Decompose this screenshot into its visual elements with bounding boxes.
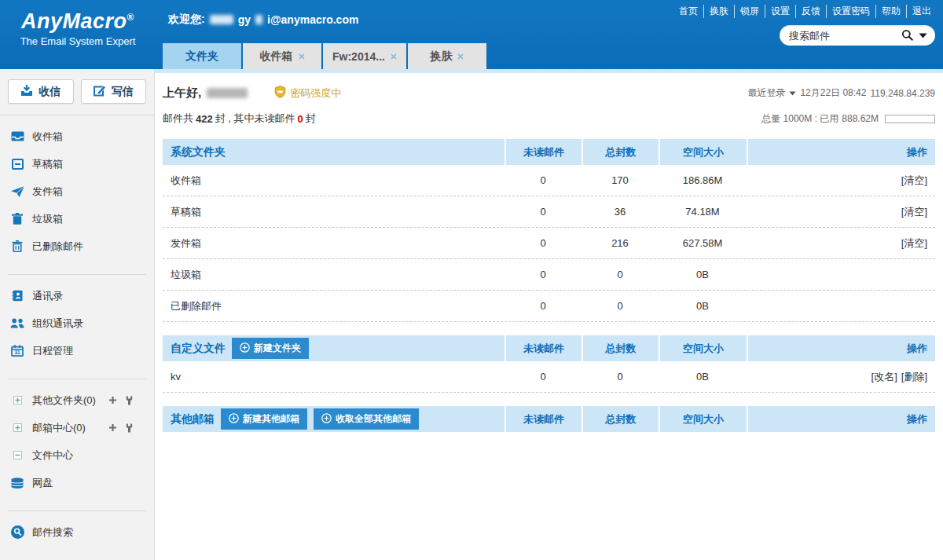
table-title-cell: 其他邮箱 新建其他邮箱: [163, 406, 505, 432]
plus-icon[interactable]: [108, 396, 117, 404]
top-link[interactable]: 换肤: [703, 5, 734, 18]
sidebar-item[interactable]: 草稿箱: [0, 150, 154, 178]
row-action-link[interactable]: [改名]: [871, 371, 897, 382]
sidebar-item[interactable]: 收件箱: [0, 123, 154, 150]
expand-minus-icon[interactable]: [10, 451, 24, 459]
search-input[interactable]: [789, 30, 897, 42]
top-banner: AnyMacro® The Email System Expert 欢迎您: g…: [0, 0, 943, 69]
col-header-unread: 未读邮件: [505, 406, 582, 432]
tab-bar: 文件夹 收件箱 Fw:2014... 换肤: [163, 43, 488, 69]
top-link[interactable]: 设置密码: [826, 5, 875, 18]
top-link[interactable]: 退出: [906, 5, 937, 18]
search-icon[interactable]: [901, 29, 914, 42]
password-strength-badge[interactable]: 密码强度中: [274, 86, 341, 101]
tab[interactable]: 换肤: [408, 43, 486, 69]
plus-icon[interactable]: [108, 423, 117, 432]
col-header-size: 空间大小: [659, 139, 747, 165]
table-header-button-label: 新建其他邮箱: [243, 412, 299, 426]
mail-search-box[interactable]: [780, 25, 935, 46]
brand-name: AnyMacro®: [0, 9, 156, 34]
sidebar-action-button[interactable]: 收信: [8, 79, 74, 104]
row-action-link[interactable]: [删除]: [901, 371, 927, 382]
sidebar-action-label: 写信: [112, 85, 134, 99]
top-link[interactable]: 首页: [673, 5, 703, 18]
caret-down-small-icon[interactable]: [789, 91, 796, 96]
folder-table: 自定义文件 新建文件夹 未读邮件 总封数: [163, 335, 935, 393]
content-top-strip: [155, 69, 943, 73]
row-unread-count: 0: [505, 300, 582, 312]
sidebar-item[interactable]: 通讯录: [0, 282, 154, 309]
tab-label: 收件箱: [260, 49, 293, 64]
sidebar-item[interactable]: 邮件搜索: [0, 518, 154, 546]
sent-icon: [10, 186, 24, 197]
row-folder-name: 垃圾箱: [163, 268, 505, 282]
row-size: 74.18M: [659, 206, 747, 218]
last-login-datetime: 12月22日 08:42: [800, 86, 866, 100]
sidebar-item[interactable]: 组织通讯录: [0, 309, 154, 337]
sidebar-item-label: 组织通讯录: [32, 317, 83, 331]
sidebar-item-label: 其他文件夹(0): [32, 393, 96, 408]
tab[interactable]: Fw:2014...: [323, 43, 406, 69]
brand-name-text: AnyMacro: [21, 9, 127, 33]
row-unread-count: 0: [505, 174, 582, 186]
table-header-button[interactable]: 新建文件夹: [232, 338, 309, 359]
sidebar-item[interactable]: 发件箱: [0, 178, 154, 205]
close-icon[interactable]: [299, 53, 305, 60]
table-header-button[interactable]: 收取全部其他邮箱: [314, 408, 419, 430]
table-row: 收件箱 0 170 186.86M [清空]: [163, 165, 935, 196]
expand-plus-icon[interactable]: [10, 396, 24, 404]
row-action-link[interactable]: [清空]: [901, 237, 927, 249]
sidebar-item-label: 邮箱中心(0): [32, 421, 86, 435]
top-link[interactable]: 帮助: [875, 5, 906, 18]
sidebar-item-label: 通讯录: [32, 289, 63, 303]
col-header-size: 空间大小: [659, 335, 747, 361]
close-icon[interactable]: [457, 53, 464, 60]
sidebar-item[interactable]: 文件中心: [0, 441, 154, 469]
top-link[interactable]: 反馈: [795, 5, 826, 18]
col-header-unread: 未读邮件: [505, 139, 582, 165]
sidebar-group: 通讯录 组织通讯录: [0, 267, 154, 372]
welcome-bar: 欢迎您: gy i@anymacro.com: [168, 13, 358, 27]
row-action-link[interactable]: [清空]: [901, 206, 927, 218]
sidebar-item[interactable]: 已删除邮件: [0, 232, 154, 260]
wrench-icon[interactable]: [126, 396, 133, 405]
sidebar-action-button[interactable]: 写信: [81, 79, 147, 104]
sidebar-item[interactable]: 邮箱中心(0): [0, 414, 154, 441]
password-strength-label: 密码强度中: [290, 86, 341, 101]
netdisk-icon: [10, 478, 24, 489]
contacts-icon: [10, 290, 24, 302]
sidebar-item[interactable]: 垃圾箱: [0, 205, 154, 232]
table-header: 系统文件夹 未读邮件 总封数 空间大小 操作: [163, 139, 935, 165]
table-title: 系统文件夹: [171, 145, 226, 159]
mail-search-icon: [10, 525, 24, 539]
tab[interactable]: 文件夹: [163, 43, 241, 69]
close-icon[interactable]: [391, 53, 397, 60]
circle-plus-icon: [240, 342, 250, 355]
row-total-count: 0: [582, 300, 659, 312]
row-folder-name: 草稿箱: [163, 205, 505, 219]
sidebar-actions: 收信 写信: [0, 79, 154, 115]
sidebar-item[interactable]: 网盘: [0, 469, 154, 496]
row-action-link[interactable]: [清空]: [901, 174, 927, 186]
wrench-icon[interactable]: [126, 423, 133, 433]
row-unread-count: 0: [505, 269, 582, 280]
sidebar-item[interactable]: 其他文件夹(0): [0, 386, 154, 414]
table-header-button[interactable]: 新建其他邮箱: [221, 408, 307, 430]
welcome-prefix: 欢迎您:: [168, 13, 205, 27]
top-link[interactable]: 锁屏: [734, 5, 765, 18]
table-title: 其他邮箱: [171, 412, 215, 426]
sidebar-group: 邮件搜索: [0, 503, 154, 553]
sidebar-groups: 收件箱 草稿箱: [0, 115, 154, 553]
quota-label: 总量 1000M : 已用: [761, 112, 838, 126]
caret-down-icon[interactable]: [919, 33, 927, 38]
top-links: 首页换肤锁屏设置反馈设置密码帮助退出: [673, 5, 937, 18]
table-row: 发件箱 0 216 627.58M [清空]: [163, 228, 935, 259]
row-folder-name: kv: [163, 371, 505, 382]
tab-label: 文件夹: [185, 49, 218, 64]
top-link[interactable]: 设置: [765, 5, 795, 18]
table-row: 垃圾箱 0 0 0B: [163, 259, 935, 291]
sidebar-item[interactable]: 31 日程管理: [0, 337, 154, 364]
expand-plus-icon[interactable]: [10, 423, 24, 432]
tab[interactable]: 收件箱: [243, 43, 321, 69]
circle-plus-icon: [229, 413, 239, 426]
